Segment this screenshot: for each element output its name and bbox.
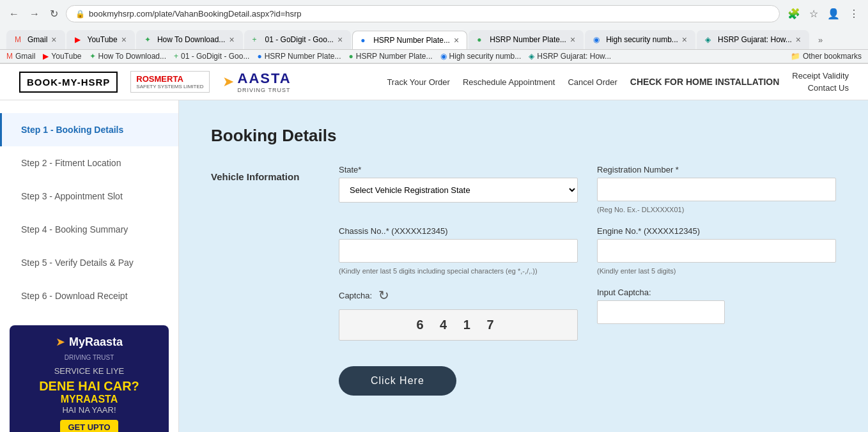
forward-button[interactable]: →	[27, 6, 42, 22]
state-label: State*	[339, 165, 578, 174]
sidebar-step-1[interactable]: Step 1 - Booking Details	[0, 113, 178, 146]
captcha-refresh-button[interactable]: ↻	[378, 288, 389, 303]
menu-button[interactable]: ⋮	[846, 5, 862, 22]
bookmark-youtube-label: YouTube	[51, 52, 81, 61]
tab-gmail-close[interactable]: ×	[51, 35, 56, 45]
captcha-label-row: Captcha: ↻	[339, 288, 578, 303]
tab-hsrp2[interactable]: ● HSRP Number Plate... ×	[469, 30, 584, 49]
submit-row: Click Here	[339, 353, 836, 396]
form-section: Vehicle Information State* Select Vehicl…	[211, 165, 836, 396]
nav-links: Track Your Order Reschedule Appointment …	[387, 71, 849, 93]
refresh-button[interactable]: ↻	[47, 5, 61, 22]
bookmark-security-icon: ◉	[440, 52, 447, 61]
captcha-label: Captcha:	[339, 291, 372, 300]
myraasta-brand: MyRaasta	[69, 336, 123, 349]
form-fields: State* Select Vehicle Registration State…	[339, 165, 836, 396]
main-content: Booking Details Vehicle Information Stat…	[179, 100, 868, 432]
bookmark-howto-label: How To Download...	[98, 52, 167, 61]
tabs-more[interactable]: »	[814, 33, 826, 47]
tab-gmail-label: Gmail	[27, 35, 47, 44]
bookmark-security-label: High security numb...	[449, 52, 522, 61]
tab-godigit-label: 01 - GoDigit - Goo...	[265, 35, 334, 44]
tab-hsrp-active-label: HSRP Number Plate...	[373, 36, 450, 45]
bookmark-hsrp2[interactable]: ● HSRP Number Plate...	[348, 52, 432, 61]
nav-contact-us[interactable]: Contact Us	[808, 83, 849, 93]
site-header: BOOK-MY-HSRP ROSMERTA SAFETY SYSTEMS LIM…	[0, 64, 868, 100]
page-title: Booking Details	[211, 126, 836, 146]
bookmark-hsrp1-icon: ●	[257, 52, 261, 61]
input-captcha-group: Input Captcha:	[597, 288, 836, 324]
other-bookmarks[interactable]: 📁 Other bookmarks	[791, 52, 862, 61]
sidebar-ad: ➤ MyRaasta DRIVING TRUST SERVICE KE LIYE…	[10, 325, 169, 432]
gmail-favicon: M	[15, 35, 24, 44]
tab-godigit-close[interactable]: ×	[337, 35, 343, 45]
nav-cancel-order[interactable]: Cancel Order	[568, 77, 617, 87]
bookmark-youtube[interactable]: ▶ YouTube	[43, 52, 81, 61]
back-button[interactable]: ←	[6, 6, 22, 22]
nav-reschedule[interactable]: Reschedule Appointment	[463, 77, 555, 87]
nav-receipt-validity[interactable]: Receipt Validity	[792, 71, 849, 81]
tabs-bar: M Gmail × ▶ YouTube × ✦ How To Download.…	[0, 27, 868, 50]
chassis-hint: (Kindly enter last 5 digits including sp…	[339, 267, 578, 275]
form-row-1: State* Select Vehicle Registration State…	[339, 165, 836, 213]
ad-cta: MYRAASTA	[19, 394, 159, 405]
profile-button[interactable]: 👤	[825, 5, 842, 22]
logo-rosmerta: ROSMERTA SAFETY SYSTEMS LIMITED	[130, 71, 209, 93]
tab-youtube-close[interactable]: ×	[121, 35, 127, 45]
security-favicon: ◉	[593, 35, 602, 44]
tab-hsrp-active-close[interactable]: ×	[454, 35, 459, 45]
bookmark-button[interactable]: ☆	[807, 5, 821, 22]
bookmarks-bar: M Gmail ▶ YouTube ✦ How To Download... +…	[0, 50, 868, 63]
chassis-label: Chassis No..* (XXXXX12345)	[339, 226, 578, 236]
tab-hsrp2-label: HSRP Number Plate...	[490, 35, 566, 44]
bookmark-hsrp1[interactable]: ● HSRP Number Plate...	[257, 52, 341, 61]
sidebar-step-3[interactable]: Step 3 - Appointment Slot	[0, 180, 178, 213]
nav-home-installation[interactable]: CHECK FOR HOME INSTALLATION	[630, 77, 780, 87]
bookmark-howto[interactable]: ✦ How To Download...	[89, 52, 167, 61]
chassis-group: Chassis No..* (XXXXX12345) (Kindly enter…	[339, 226, 578, 275]
tab-godigit[interactable]: + 01 - GoDigit - Goo... ×	[244, 30, 352, 49]
main-layout: Step 1 - Booking Details Step 2 - Fitmen…	[0, 100, 868, 432]
submit-button[interactable]: Click Here	[339, 366, 456, 396]
bookmark-hsrp2-label: HSRP Number Plate...	[356, 52, 433, 61]
reg-number-input[interactable]	[597, 178, 836, 201]
sidebar-step-6[interactable]: Step 6 - Download Receipt	[0, 279, 178, 312]
tab-howto-close[interactable]: ×	[229, 35, 234, 45]
sidebar-step-4[interactable]: Step 4 - Booking Summary	[0, 213, 178, 246]
bookmark-gmail[interactable]: M Gmail	[6, 52, 35, 61]
tab-gmail[interactable]: M Gmail ×	[6, 30, 65, 49]
chassis-input[interactable]	[339, 239, 578, 263]
aasta-name: AASTA	[238, 70, 291, 87]
sidebar-step-5[interactable]: Step 5 - Verify Details & Pay	[0, 246, 178, 279]
page: BOOK-MY-HSRP ROSMERTA SAFETY SYSTEMS LIM…	[0, 64, 868, 432]
bookmark-godigit[interactable]: + 01 - GoDigit - Goo...	[174, 52, 249, 61]
bookmark-gujarat-icon: ◈	[529, 52, 534, 61]
tab-security-close[interactable]: ×	[682, 35, 687, 45]
ad-line1: SERVICE KE LIYE	[19, 366, 159, 376]
state-select[interactable]: Select Vehicle Registration State Andhra…	[339, 178, 578, 203]
youtube-favicon: ▶	[75, 35, 84, 44]
address-bar[interactable]: 🔒 bookmyhsrp.com/plate/VahanBookingDetai…	[66, 5, 780, 22]
tab-hsrp2-close[interactable]: ×	[570, 35, 575, 45]
nav-track-order[interactable]: Track Your Order	[387, 77, 450, 87]
gujarat-favicon: ◈	[705, 35, 714, 44]
tab-howto[interactable]: ✦ How To Download... ×	[136, 30, 243, 49]
tab-youtube[interactable]: ▶ YouTube ×	[66, 30, 135, 49]
input-captcha-input[interactable]	[597, 300, 725, 324]
bookmark-high-security[interactable]: ◉ High security numb...	[440, 52, 522, 61]
engine-input[interactable]	[597, 239, 836, 263]
tab-gujarat-label: HSRP Gujarat: How...	[718, 35, 792, 44]
bookmark-gmail-icon: M	[6, 52, 13, 61]
sidebar-step-2[interactable]: Step 2 - Fitment Location	[0, 146, 178, 180]
tab-gujarat-close[interactable]: ×	[796, 35, 801, 45]
bookmark-gujarat[interactable]: ◈ HSRP Gujarat: How...	[529, 52, 611, 61]
ad-get-upto: GET UPTO	[60, 420, 118, 432]
tab-gujarat[interactable]: ◈ HSRP Gujarat: How... ×	[697, 30, 809, 49]
tab-security-label: High security numb...	[606, 35, 678, 44]
tab-hsrp-active[interactable]: ● HSRP Number Plate... ×	[352, 31, 467, 49]
tab-security[interactable]: ◉ High security numb... ×	[585, 30, 695, 49]
extensions-button[interactable]: 🧩	[785, 5, 803, 22]
bookmark-godigit-icon: +	[174, 52, 178, 61]
engine-hint: (Kindly enter last 5 digits)	[597, 267, 836, 275]
howto-favicon: ✦	[144, 35, 153, 44]
